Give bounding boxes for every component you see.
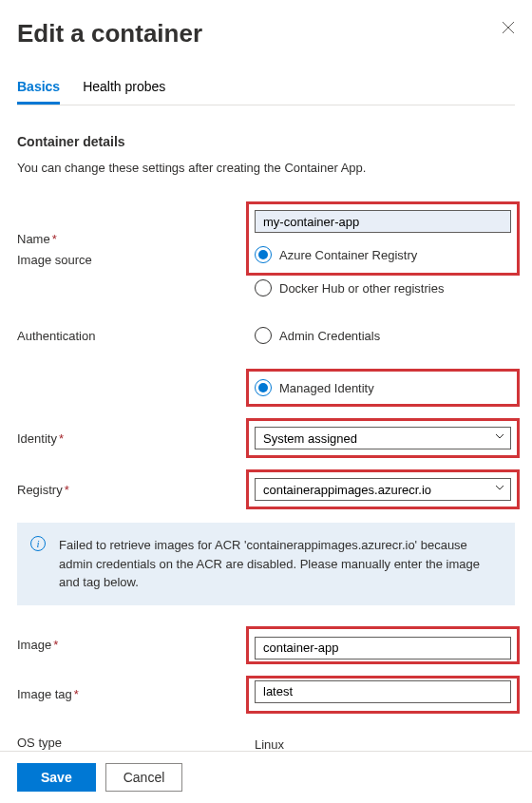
radio-label-admin: Admin Credentials: [279, 329, 380, 343]
label-image: Image*: [17, 638, 255, 652]
os-type-value: Linux: [255, 735, 515, 752]
radio-label-acr: Azure Container Registry: [279, 248, 417, 262]
save-button[interactable]: Save: [17, 763, 96, 792]
radio-image-source-docker[interactable]: [255, 279, 272, 296]
close-icon: [502, 21, 515, 34]
label-name: Name*: [17, 232, 255, 246]
tab-strip: Basics Health probes: [17, 79, 515, 105]
registry-select[interactable]: [255, 478, 511, 501]
name-input[interactable]: [255, 210, 511, 233]
tab-health-probes[interactable]: Health probes: [83, 79, 165, 105]
panel-header: Edit a container: [17, 19, 515, 48]
radio-auth-managed[interactable]: [255, 379, 272, 396]
radio-image-source-acr[interactable]: [255, 246, 272, 263]
close-button[interactable]: [502, 19, 515, 39]
identity-select[interactable]: [255, 427, 511, 449]
tab-basics[interactable]: Basics: [17, 79, 60, 105]
cancel-button[interactable]: Cancel: [105, 763, 183, 792]
radio-label-docker: Docker Hub or other registries: [279, 281, 444, 296]
info-icon: i: [30, 536, 46, 551]
image-tag-input[interactable]: [255, 680, 511, 703]
image-input[interactable]: [255, 637, 511, 660]
label-registry: Registry*: [17, 483, 255, 497]
label-image-source: Image source: [17, 253, 255, 267]
label-os-type: OS type: [17, 736, 255, 750]
info-message-box: i Failed to retrieve images for ACR 'con…: [17, 523, 515, 605]
panel-title: Edit a container: [17, 19, 202, 48]
section-title-container-details: Container details: [17, 134, 515, 149]
info-message-text: Failed to retrieve images for ACR 'conta…: [59, 538, 480, 589]
footer-actions: Save Cancel: [0, 751, 532, 803]
radio-label-managed: Managed Identity: [279, 381, 374, 395]
label-identity: Identity*: [17, 431, 255, 446]
label-image-tag: Image tag*: [17, 687, 255, 701]
radio-auth-admin[interactable]: [255, 327, 272, 344]
label-authentication: Authentication: [17, 329, 255, 343]
section-description: You can change these settings after crea…: [17, 161, 515, 175]
